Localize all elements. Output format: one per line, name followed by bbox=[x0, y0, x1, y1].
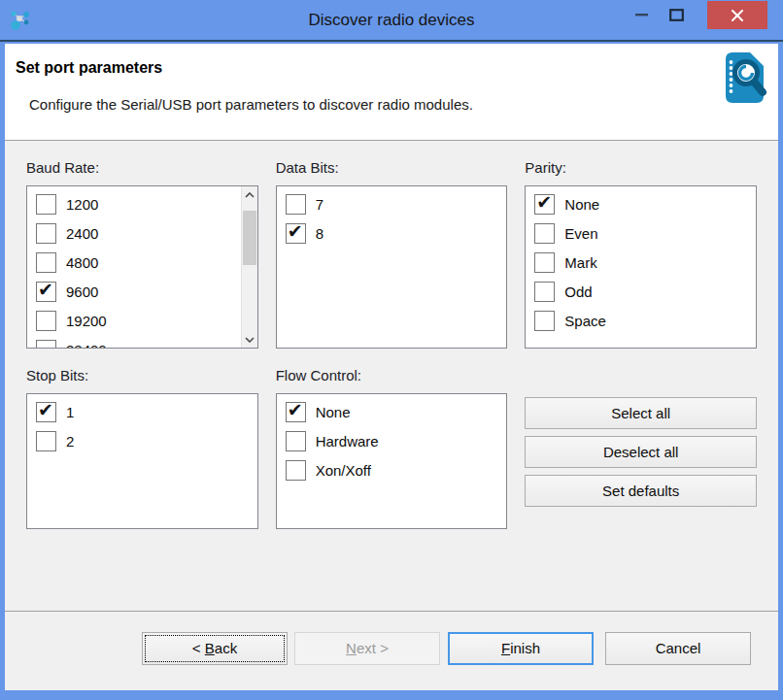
stop-bits-list: ✔12 bbox=[26, 393, 258, 529]
checked-checkbox[interactable]: ✔ bbox=[286, 223, 306, 244]
wizard-header: Set port parameters Configure the Serial… bbox=[5, 44, 778, 141]
checked-checkbox[interactable]: ✔ bbox=[36, 402, 56, 422]
checked-checkbox[interactable]: ✔ bbox=[534, 194, 555, 215]
deselect-all-button[interactable]: Deselect all bbox=[525, 436, 757, 468]
checkbox-label: 1200 bbox=[66, 196, 98, 213]
molecule-app-icon bbox=[8, 9, 31, 32]
unchecked-checkbox[interactable] bbox=[286, 460, 306, 481]
checkbox-option[interactable]: ✔8 bbox=[277, 218, 507, 248]
unchecked-checkbox[interactable] bbox=[534, 223, 555, 244]
checkbox-option[interactable]: Odd bbox=[526, 277, 756, 306]
checkbox-option[interactable]: 19200 bbox=[27, 306, 257, 335]
checkbox-option[interactable]: Xon/Xoff bbox=[277, 455, 507, 484]
checkbox-option[interactable]: 7 bbox=[277, 189, 507, 218]
checkbox-option[interactable]: Hardware bbox=[277, 426, 507, 455]
checkbox-label: Mark bbox=[564, 254, 596, 271]
maximize-button[interactable] bbox=[663, 1, 691, 29]
unchecked-checkbox[interactable] bbox=[534, 311, 555, 331]
stop-bits-options: ✔12 bbox=[27, 397, 257, 455]
unchecked-checkbox[interactable] bbox=[36, 252, 56, 273]
checked-checkbox[interactable]: ✔ bbox=[286, 402, 306, 422]
data-bits-group: Data Bits: 7✔8 bbox=[276, 157, 508, 349]
checked-checkbox[interactable]: ✔ bbox=[36, 282, 56, 302]
unchecked-checkbox[interactable] bbox=[534, 282, 555, 302]
baud-rate-scrollbar[interactable] bbox=[241, 186, 257, 348]
parity-options: ✔NoneEvenMarkOddSpace bbox=[526, 189, 756, 335]
dialog-body: Set port parameters Configure the Serial… bbox=[5, 44, 778, 690]
unchecked-checkbox[interactable] bbox=[286, 431, 306, 451]
checkbox-option[interactable]: 1200 bbox=[27, 189, 257, 218]
baud-rate-label: Baud Rate: bbox=[26, 157, 258, 179]
parameters-row-1: Baud Rate: 120024004800✔96001920038400 bbox=[26, 157, 757, 349]
baud-rate-options: 120024004800✔96001920038400 bbox=[27, 189, 257, 349]
scrollbar-down-button[interactable] bbox=[242, 331, 257, 348]
selection-buttons: Select all Deselect all Set defaults bbox=[525, 365, 757, 529]
data-bits-label: Data Bits: bbox=[276, 157, 508, 179]
checkbox-label: Space bbox=[564, 313, 606, 329]
checkbox-label: 7 bbox=[316, 196, 323, 213]
flow-control-group: Flow Control: ✔NoneHardwareXon/Xoff bbox=[276, 365, 508, 529]
data-bits-list: 7✔8 bbox=[276, 185, 508, 349]
checkbox-label: 8 bbox=[316, 225, 323, 242]
maximize-icon bbox=[669, 9, 684, 21]
minimize-icon bbox=[635, 14, 648, 17]
data-bits-options: 7✔8 bbox=[277, 189, 507, 248]
checkbox-option[interactable]: ✔9600 bbox=[27, 277, 257, 306]
checkbox-option[interactable]: Even bbox=[526, 218, 756, 248]
checkbox-label: Xon/Xoff bbox=[316, 462, 371, 479]
cancel-button[interactable]: Cancel bbox=[605, 632, 751, 665]
set-defaults-button[interactable]: Set defaults bbox=[525, 475, 757, 507]
titlebar[interactable]: Discover radio devices bbox=[0, 0, 783, 42]
baud-rate-group: Baud Rate: 120024004800✔96001920038400 bbox=[26, 157, 258, 349]
select-all-button[interactable]: Select all bbox=[525, 397, 757, 429]
flow-control-options: ✔NoneHardwareXon/Xoff bbox=[277, 397, 507, 484]
checkbox-option[interactable]: 38400 bbox=[27, 335, 257, 349]
baud-rate-list: 120024004800✔96001920038400 bbox=[26, 185, 258, 349]
unchecked-checkbox[interactable] bbox=[36, 223, 56, 244]
parameters-area: Baud Rate: 120024004800✔96001920038400 bbox=[5, 141, 778, 529]
checkbox-option[interactable]: 4800 bbox=[27, 248, 257, 277]
checkbox-label: Odd bbox=[564, 283, 592, 300]
parity-group: Parity: ✔NoneEvenMarkOddSpace bbox=[525, 157, 757, 349]
unchecked-checkbox[interactable] bbox=[36, 340, 56, 350]
checkbox-label: 38400 bbox=[66, 342, 107, 350]
radio-module-search-icon bbox=[722, 50, 768, 106]
close-button[interactable] bbox=[707, 1, 767, 29]
stop-bits-label: Stop Bits: bbox=[26, 365, 258, 386]
wizard-button-bar: < Back Next > Finish Cancel bbox=[5, 611, 778, 690]
checkmark-icon: ✔ bbox=[38, 399, 53, 422]
flow-control-list: ✔NoneHardwareXon/Xoff bbox=[276, 393, 508, 529]
unchecked-checkbox[interactable] bbox=[36, 194, 56, 215]
discover-radio-devices-dialog: Discover radio devices Set port paramete… bbox=[0, 0, 783, 700]
checkbox-option[interactable]: ✔None bbox=[526, 189, 756, 218]
checkbox-option[interactable]: 2400 bbox=[27, 218, 257, 248]
finish-button[interactable]: Finish bbox=[448, 632, 594, 665]
chevron-up-icon bbox=[245, 192, 255, 198]
checkbox-label: Even bbox=[564, 225, 597, 242]
checkmark-icon: ✔ bbox=[288, 220, 303, 244]
checkbox-option[interactable]: ✔1 bbox=[27, 397, 257, 426]
checkbox-label: None bbox=[564, 196, 599, 213]
checkbox-option[interactable]: Mark bbox=[526, 248, 756, 277]
parity-label: Parity: bbox=[525, 157, 757, 179]
checkmark-icon: ✔ bbox=[536, 191, 552, 215]
unchecked-checkbox[interactable] bbox=[36, 431, 56, 451]
back-button[interactable]: < Back bbox=[142, 632, 288, 665]
checkbox-option[interactable]: ✔None bbox=[277, 397, 507, 426]
unchecked-checkbox[interactable] bbox=[534, 252, 555, 273]
checkbox-label: 1 bbox=[66, 404, 74, 420]
flow-control-label: Flow Control: bbox=[276, 365, 508, 386]
unchecked-checkbox[interactable] bbox=[286, 194, 306, 215]
checkmark-icon: ✔ bbox=[38, 279, 53, 302]
parameters-row-2: Stop Bits: ✔12 Flow Control: ✔NoneHardwa… bbox=[26, 365, 757, 529]
next-button: Next > bbox=[294, 632, 440, 665]
checkbox-label: 2400 bbox=[66, 225, 98, 242]
scrollbar-thumb[interactable] bbox=[243, 211, 256, 265]
minimize-button[interactable] bbox=[628, 1, 656, 29]
scrollbar-up-button[interactable] bbox=[242, 186, 257, 203]
parity-list: ✔NoneEvenMarkOddSpace bbox=[525, 185, 757, 349]
checkbox-option[interactable]: Space bbox=[526, 306, 756, 335]
checkmark-icon: ✔ bbox=[288, 399, 303, 422]
unchecked-checkbox[interactable] bbox=[36, 311, 56, 331]
checkbox-option[interactable]: 2 bbox=[27, 426, 257, 455]
